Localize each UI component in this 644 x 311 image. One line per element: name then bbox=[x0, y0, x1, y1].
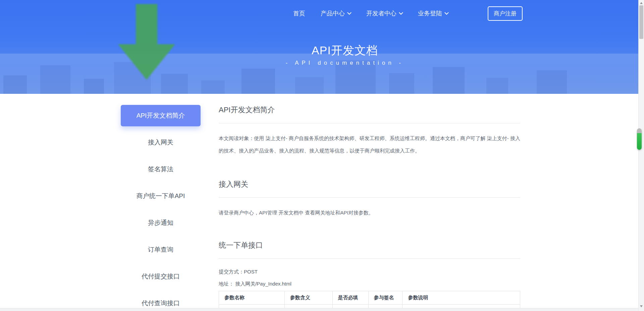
nav-item-business-login[interactable]: 业务登陆 bbox=[418, 9, 448, 17]
green-scroll-marker[interactable] bbox=[637, 128, 642, 150]
nav-item-label: 首页 bbox=[293, 9, 305, 17]
nav-item-products[interactable]: 产品中心 bbox=[321, 9, 351, 17]
col-param-name: 参数名称 bbox=[219, 291, 285, 305]
col-required: 是否必填 bbox=[332, 291, 368, 305]
horizontal-scrollbar[interactable] bbox=[0, 308, 644, 311]
col-in-signature: 参与签名 bbox=[368, 291, 402, 305]
sidebar-item-api-doc-intro[interactable]: API开发文档简介 bbox=[121, 105, 201, 126]
section-unified-order: 统一下单接口 提交方式：POST 地址： 接入网关/Pay_Index.html… bbox=[219, 240, 520, 310]
content-area: API开发文档简介 接入网关 签名算法 商户统一下单API 异步通知 订单查询 … bbox=[121, 94, 523, 311]
scroll-down-arrow-icon[interactable] bbox=[640, 305, 643, 307]
section-paragraph: 请登录商户中心，API管理 开发文档中 查看网关地址和API对接参数。 bbox=[219, 206, 520, 219]
section-divider bbox=[219, 197, 520, 198]
submit-method-line: 提交方式：POST bbox=[219, 267, 520, 277]
vertical-scrollbar[interactable] bbox=[638, 0, 644, 311]
merchant-register-button[interactable]: 商户注册 bbox=[488, 6, 523, 21]
table-header-row: 参数名称 参数含义 是否必填 参与签名 参数说明 bbox=[219, 291, 520, 305]
chevron-down-icon bbox=[347, 10, 352, 15]
col-param-meaning: 参数含义 bbox=[284, 291, 332, 305]
chevron-down-icon bbox=[444, 10, 449, 15]
sidebar: API开发文档简介 接入网关 签名算法 商户统一下单API 异步通知 订单查询 … bbox=[121, 105, 201, 311]
parameter-table: 参数名称 参数含义 是否必填 参与签名 参数说明 bbox=[219, 291, 520, 310]
section-heading: API开发文档简介 bbox=[219, 105, 520, 115]
section-divider bbox=[219, 258, 520, 259]
chevron-down-icon bbox=[399, 10, 403, 15]
nav-item-home[interactable]: 首页 bbox=[293, 9, 305, 17]
col-param-desc: 参数说明 bbox=[402, 291, 520, 305]
nav-menu: 首页 产品中心 开发者中心 业务登陆 bbox=[293, 9, 448, 17]
sidebar-item-signature-algorithm[interactable]: 签名算法 bbox=[121, 159, 201, 180]
gateway-address-line: 地址： 接入网关/Pay_Index.html bbox=[219, 279, 520, 289]
sidebar-item-payout-submit[interactable]: 代付提交接口 bbox=[121, 266, 201, 287]
section-api-doc-intro: API开发文档简介 本文阅读对象：使用 柒上支付- 商户自服务系统的技术架构师、… bbox=[219, 105, 520, 157]
sidebar-item-order-query[interactable]: 订单查询 bbox=[121, 239, 201, 260]
hero-banner: 首页 产品中心 开发者中心 业务登陆 商户注册 API开发文档 - API bbox=[0, 0, 644, 94]
section-heading: 接入网关 bbox=[219, 179, 520, 189]
page-title: API开发文档 bbox=[23, 44, 644, 57]
top-navigation: 首页 产品中心 开发者中心 业务登陆 商户注册 bbox=[121, 0, 523, 27]
section-paragraph: 本文阅读对象：使用 柒上支付- 商户自服务系统的技术架构师、研发工程师、系统运维… bbox=[219, 132, 520, 157]
nav-item-developer-center[interactable]: 开发者中心 bbox=[366, 9, 402, 17]
nav-item-label: 开发者中心 bbox=[366, 9, 396, 17]
section-divider bbox=[219, 123, 520, 123]
vertical-scrollbar-thumb[interactable] bbox=[639, 5, 643, 39]
nav-item-label: 产品中心 bbox=[321, 9, 345, 17]
page: 首页 产品中心 开发者中心 业务登陆 商户注册 API开发文档 - API bbox=[0, 0, 644, 311]
nav-item-label: 业务登陆 bbox=[418, 9, 442, 17]
main-content: API开发文档简介 本文阅读对象：使用 柒上支付- 商户自服务系统的技术架构师、… bbox=[219, 105, 520, 311]
section-gateway: 接入网关 请登录商户中心，API管理 开发文档中 查看网关地址和API对接参数。 bbox=[219, 179, 520, 219]
sidebar-item-gateway[interactable]: 接入网关 bbox=[121, 132, 201, 153]
page-subtitle: - API documentation - bbox=[23, 60, 644, 66]
sidebar-item-async-notify[interactable]: 异步通知 bbox=[121, 212, 201, 234]
section-heading: 统一下单接口 bbox=[219, 240, 520, 250]
scroll-up-arrow-icon[interactable] bbox=[640, 2, 643, 4]
hero-text-block: API开发文档 - API documentation - bbox=[23, 44, 644, 66]
sidebar-item-unified-order-api[interactable]: 商户统一下单API bbox=[121, 185, 201, 207]
